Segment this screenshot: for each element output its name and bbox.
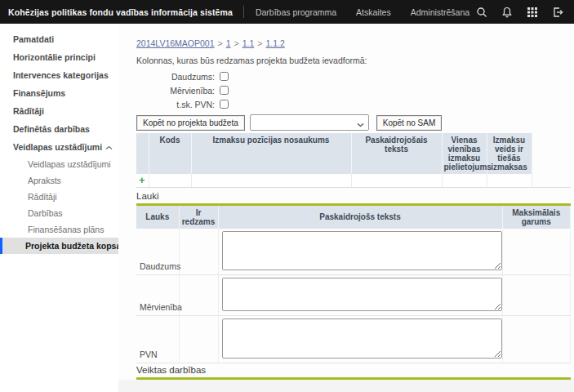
sidebar-item-definetas-darbibas[interactable]: Definētās darbības (0, 120, 118, 138)
top-menu: Darbības programma Atskaites Administrēš… (256, 7, 469, 17)
add-row-icon[interactable]: + (139, 174, 145, 186)
menu-darbibas-programma[interactable]: Darbības programma (256, 7, 336, 17)
budget-col-kods: Kods (149, 133, 191, 174)
sidebar-item-pamatdati[interactable]: Pamatdati (0, 30, 118, 48)
section-heading-lauki: Lauki (136, 191, 571, 206)
sidebar-item-intervences-kategorijas[interactable]: Intervences kategorijas (0, 66, 118, 84)
lauki-row-daudzums: Daudzums (136, 229, 571, 275)
app-root: Kohēzijas politikas fondu vadības inform… (0, 0, 574, 392)
sidebar-subitem-raditaji[interactable]: Rādītāji (0, 189, 118, 205)
breadcrumb-separator: > (257, 38, 262, 48)
budget-col-filler (532, 133, 571, 174)
lauki-visible-cell (179, 229, 218, 275)
copy-from-sam-button[interactable]: Kopēt no SAM (376, 115, 442, 131)
breadcrumb: 2014LV16MAOP001>1>1.1>1.1.2 (136, 38, 571, 48)
breadcrumb-link-programme[interactable]: 2014LV16MAOP001 (136, 38, 215, 48)
section-heading-veiktas-darbibas: Veiktas darbības (136, 365, 571, 380)
lauki-col-maksimalais-garums: Maksimālais garums (502, 206, 571, 229)
sidebar-subitem-veidlapas-uzstadijumi[interactable]: Veidlapas uzstādījumi (0, 156, 118, 172)
checkbox-tsk-pvn[interactable] (220, 100, 229, 109)
pvn-explanatory-textarea[interactable] (222, 318, 502, 359)
sidebar-item-horizontalie-principi[interactable]: Horizontālie principi (0, 48, 118, 66)
breadcrumb-link-1-1-2[interactable]: 1.1.2 (265, 38, 284, 48)
budget-col-position-name: Izmaksu pozīcijas nosaukums (191, 133, 351, 174)
columns-visibility-intro: Kolonnas, kuras būs redzamas projekta bu… (136, 56, 571, 65)
breadcrumb-link-1-1[interactable]: 1.1 (243, 38, 255, 48)
chevron-down-icon (357, 119, 364, 129)
checkbox-daudzums[interactable] (220, 72, 229, 81)
checkbox-row-daudzums: Daudzums: (136, 69, 571, 83)
checkbox-label-daudzums: Daudzums: (136, 72, 215, 82)
mervieniba-explanatory-textarea[interactable] (222, 278, 502, 311)
lauki-maxlength-cell (502, 274, 571, 315)
sidebar-subitem-darbibas[interactable]: Darbības (0, 205, 118, 221)
budget-positions-table: Kods Izmaksu pozīcijas nosaukums Paskaid… (136, 133, 571, 188)
topbar-divider (243, 6, 244, 18)
breadcrumb-link-1[interactable]: 1 (226, 38, 231, 48)
lauki-table-header-row: Lauks Ir redzams Paskaidrojošs teksts Ma… (136, 206, 571, 229)
menu-administresana[interactable]: Administrēšana (411, 7, 469, 17)
lauki-table: Lauks Ir redzams Paskaidrojošs teksts Ma… (136, 206, 571, 363)
footer-action-bar: Dzēst visu Saglabāt Saglabāt un atgriezt… (118, 380, 574, 392)
breadcrumb-separator: > (218, 38, 223, 48)
copy-source-select[interactable] (250, 114, 369, 131)
logout-icon[interactable] (551, 6, 564, 19)
lauki-row-mervieniba: Mērvienība (136, 274, 571, 315)
lauki-visible-cell (179, 274, 218, 315)
main-content: 2014LV16MAOP001>1>1.1>1.1.2 Kolonnas, ku… (118, 24, 574, 392)
top-bar: Kohēzijas politikas fondu vadības inform… (0, 0, 574, 24)
lauki-row-label: Daudzums (136, 229, 179, 275)
copy-toolbar: Kopēt no projekta budžeta Kopēt no SAM (136, 114, 571, 131)
budget-col-unit-cost-usage: Vienas vienības izmaksu pielietojums (442, 133, 487, 174)
sidebar-subitem-apraksts[interactable]: Apraksts (0, 172, 118, 189)
sidebar-subitem-finansesanas-plans[interactable]: Finansēšanas plāns (0, 221, 118, 238)
sidebar-item-raditaji[interactable]: Rādītāji (0, 102, 118, 120)
bell-icon[interactable] (501, 6, 514, 19)
budget-table-add-row: + (136, 174, 571, 187)
lauki-col-paskaidrojoss-teksts: Paskaidrojošs teksts (218, 206, 502, 229)
copy-from-project-budget-button[interactable]: Kopēt no projekta budžeta (136, 115, 245, 131)
sidebar-item-finansejums[interactable]: Finansējums (0, 84, 118, 102)
menu-atskaites[interactable]: Atskaites (356, 7, 391, 17)
breadcrumb-separator: > (234, 38, 239, 48)
checkbox-row-mervieniba: Mērvienība: (136, 83, 571, 97)
app-title: Kohēzijas politikas fondu vadības inform… (8, 7, 233, 17)
lauki-col-ir-redzams: Ir redzams (179, 206, 218, 229)
column-checkbox-group: Daudzums: Mērvienība: t.sk. PVN: (136, 69, 571, 111)
sidebar: Pamatdati Horizontālie principi Interven… (0, 24, 118, 392)
apps-grid-icon[interactable] (526, 6, 539, 19)
lauki-text-cell (218, 274, 502, 315)
lauki-text-cell (218, 229, 502, 275)
lauki-row-label: Mērvienība (136, 274, 179, 315)
checkbox-row-tsk-pvn: t.sk. PVN: (136, 97, 571, 111)
lauki-maxlength-cell (502, 229, 571, 275)
shell: Pamatdati Horizontālie principi Interven… (0, 24, 574, 392)
lauki-row-pvn: PVN (136, 315, 571, 363)
budget-table-header-row: Kods Izmaksu pozīcijas nosaukums Paskaid… (136, 133, 571, 174)
topbar-icons (475, 6, 566, 19)
budget-col-cost-type-direct: Izmaksu veids ir tiešās izmaksas (487, 133, 532, 174)
checkbox-label-mervieniba: Mērvienība: (136, 86, 215, 96)
search-icon[interactable] (475, 6, 488, 19)
lauki-col-lauks: Lauks (136, 206, 179, 229)
lauki-maxlength-cell (502, 315, 571, 363)
lauki-text-cell (218, 315, 502, 363)
checkbox-label-tsk-pvn: t.sk. PVN: (136, 100, 215, 109)
sidebar-subitem-projekta-budzeta-kopsavilkums[interactable]: Projekta budžeta kopsavilkums (0, 238, 118, 254)
daudzums-explanatory-textarea[interactable] (222, 231, 502, 270)
checkbox-mervieniba[interactable] (220, 86, 229, 95)
sidebar-item-veidlapas-uzstadijumi[interactable]: Veidlapas uzstādījumi (0, 138, 118, 156)
budget-col-empty (136, 133, 149, 174)
lauki-visible-cell (179, 315, 218, 363)
add-row-cell: + (136, 174, 149, 187)
chevron-up-icon (105, 142, 113, 152)
budget-col-explanatory-text: Paskaidrojošais teksts (351, 133, 442, 174)
lauki-row-label: PVN (136, 315, 179, 363)
